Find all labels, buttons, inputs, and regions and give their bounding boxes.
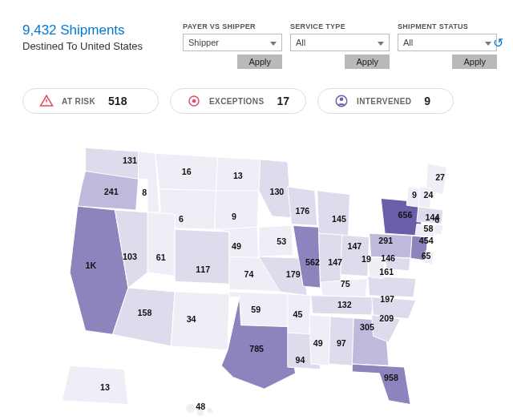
chevron-down-icon [378,38,384,47]
reset-icon[interactable]: ↺ [493,35,503,50]
state-OH [341,235,370,276]
filter-payer-vs-shipper: PAYER VS SHIPPER Shipper Apply [183,22,282,69]
select-value: All [296,38,305,47]
filter-label: PAYER VS SHIPPER [183,22,256,30]
state-AK [62,365,127,405]
state-HI [196,408,204,416]
filter-label: SERVICE TYPE [290,22,345,30]
state-PA [370,233,412,258]
state-FL [352,364,410,404]
pill-intervened[interactable]: INTERVENED 9 [317,88,454,114]
svg-point-3 [340,98,344,102]
warning-triangle-icon [39,94,54,108]
state-RI [434,224,443,235]
shipment-status-select[interactable]: All [398,34,497,51]
state-ND [216,157,261,191]
svg-point-1 [192,99,196,103]
page-title-block: 9,432 Shipments Destined To United State… [22,22,175,52]
state-CT [415,224,435,236]
state-AL [329,317,353,365]
pill-value: 17 [277,95,289,107]
pill-at-risk[interactable]: AT RISK 518 [22,88,159,114]
state-DE [425,250,434,264]
state-UT [147,212,175,277]
state-VA [368,277,416,297]
state-IA [259,225,293,256]
filter-service-type: SERVICE TYPE All Apply [290,22,390,69]
state-NH [418,187,431,208]
pill-value: 9 [424,95,430,107]
pill-value: 518 [108,95,127,107]
filter-label: SHIPMENT STATUS [398,22,468,30]
person-circle-icon [334,94,349,108]
pill-label: INTERVENED [357,97,411,106]
us-choropleth-map[interactable]: 1312411K81031666115811734139497459785130… [0,132,513,420]
chevron-down-icon [485,38,491,47]
state-CO [175,229,229,284]
state-MT [156,153,218,191]
state-VT [406,187,419,207]
state-WI [288,187,317,226]
status-pill-row: AT RISK 518 EXCEPTIONS 17 INTERVENED 9 [0,72,513,114]
pill-exceptions[interactable]: EXCEPTIONS 17 [170,88,306,114]
filter-shipment-status: SHIPMENT STATUS All Apply [398,22,497,69]
service-type-select[interactable]: All [290,34,390,51]
state-MA [417,207,443,224]
state-MS [309,315,330,365]
target-circle-icon [187,94,201,108]
state-HI [186,404,196,414]
state-TN [311,296,374,315]
select-value: Shipper [188,38,219,47]
state-IN [319,233,342,284]
state-NC [372,297,416,319]
select-value: All [403,38,413,47]
state-MD [385,256,410,270]
state-MN [259,160,292,218]
state-WV [368,256,385,278]
shipment-subtitle: Destined To United States [22,40,175,52]
state-MI [317,191,350,237]
filter-bar: PAYER VS SHIPPER Shipper Apply SERVICE T… [183,22,497,69]
apply-button[interactable]: Apply [452,55,497,69]
apply-button[interactable]: Apply [345,55,390,69]
state-value-label: 8 [142,188,147,197]
shipment-count: 9,432 Shipments [22,22,175,38]
payer-vs-shipper-select[interactable]: Shipper [183,34,282,51]
pill-label: AT RISK [62,97,95,106]
state-SD [215,191,259,230]
apply-button[interactable]: Apply [237,55,282,69]
state-HI [207,407,213,414]
state-NM [171,292,229,350]
pill-label: EXCEPTIONS [209,97,264,106]
state-AR [288,294,311,334]
chevron-down-icon [270,38,277,47]
